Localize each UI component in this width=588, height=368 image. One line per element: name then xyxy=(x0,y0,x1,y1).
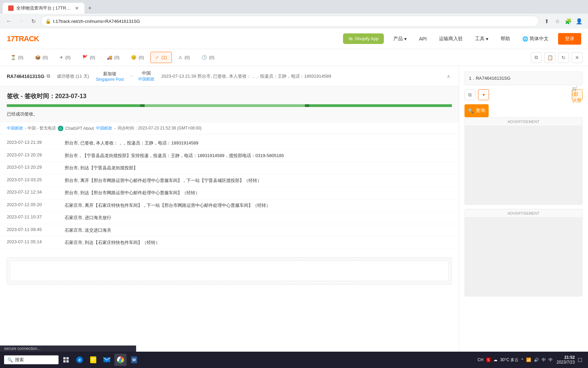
lock-icon: 🔒 xyxy=(45,18,51,24)
query-button[interactable]: 🔍 查询 xyxy=(464,104,489,117)
progress-segment-3 xyxy=(309,104,452,107)
taskbar-time-text: 21:52 xyxy=(557,355,575,356)
site-logo[interactable]: 17TRACK xyxy=(7,34,39,43)
tracking-event-row: 2023-07-13 20:29 邢台市，【宁晋县晶龙街揽投部】安排投递，投递员… xyxy=(0,150,459,162)
taskbar-mail-icon[interactable] xyxy=(101,354,113,356)
check-icon: ✓ xyxy=(156,55,159,60)
route-info: 新加坡 Singapore Post → 中国 中国邮政 xyxy=(96,70,154,82)
share-icon[interactable]: ⬆ xyxy=(542,16,551,26)
nav-products-label: 产品 xyxy=(393,36,403,42)
new-tab-button[interactable]: + xyxy=(84,3,95,14)
nav-products[interactable]: 产品 ▾ xyxy=(391,36,409,42)
sidebar-ad-1-content xyxy=(465,126,582,204)
filter-tab-warning[interactable]: ⚠ (0) xyxy=(173,52,195,63)
warning-icon: ⚠ xyxy=(178,55,182,60)
tracking-number-text: RA746416131SG xyxy=(7,74,45,79)
url-text: t.17track.net/zh-cn#nums=RA746416131SG xyxy=(53,19,535,24)
filter-tab-alert[interactable]: 😟 (0) xyxy=(126,52,149,63)
delivery-time: 2023-07-13 21:39 xyxy=(161,74,196,79)
tracking-event-row: 2023-07-12 05:20 石家庄市, 离开【石家庄特快包件车间】，下一站… xyxy=(0,199,459,212)
nav-tools[interactable]: 工具 ▾ xyxy=(472,36,491,42)
taskbar-chrome-icon[interactable] xyxy=(114,354,127,356)
nav-products-chevron: ▾ xyxy=(404,36,407,42)
taskbar-file-icon[interactable] xyxy=(87,354,99,356)
filter-tab-flag[interactable]: 🚩 (0) xyxy=(77,52,100,63)
back-button[interactable]: ← xyxy=(4,16,14,26)
filter-tab-history[interactable]: 🕐 (0) xyxy=(196,52,219,63)
nav-help-label: 帮助 xyxy=(501,36,510,42)
package-icon: 📦 xyxy=(35,55,40,60)
copy-tracking-icon[interactable]: ⧉ xyxy=(47,73,50,79)
sidebar-copy-button[interactable]: ⧉ xyxy=(464,89,475,100)
taskbar-ie-icon[interactable]: e xyxy=(74,354,86,356)
ad-box xyxy=(7,257,452,285)
event-description: 邢台市, 离开【邢台市网路运营中心邮件处理中心普服车间】，下一站【宁晋县城区揽投… xyxy=(65,177,452,184)
filter-air-label: (0) xyxy=(65,55,71,60)
filter-tab-air[interactable]: ✈ (0) xyxy=(54,52,76,63)
reload-button[interactable]: ↻ xyxy=(29,16,38,26)
filter-tab-delivery[interactable]: 🚚 (0) xyxy=(102,52,125,63)
filter-tab-check[interactable]: ✓ (1) xyxy=(150,52,172,63)
sidebar-ad-1-label: ADVERTISEMENT xyxy=(465,118,582,126)
event-description: 邢台市，【宁晋县晶龙街揽投部】安排投递，投递员：王静，电话：1893191458… xyxy=(65,152,452,159)
sidebar-filter-button[interactable]: ▾ xyxy=(478,89,489,100)
taskbar-search[interactable]: 🔍 搜索 xyxy=(4,355,59,356)
event-description: 邢台市, 到达【邢台市网路运营中心邮件处理中心普服车间】（经转） xyxy=(65,189,452,196)
origin-carrier: Singapore Post xyxy=(96,77,124,82)
tracking-event-row: 2023-07-11 09:45 石家庄市, 送交进口海关 xyxy=(0,224,459,237)
taskbar: 🔍 搜索 e W CH S ☁ 30°C 多云 ^ 📶 🔊 中 中 21:52 … xyxy=(0,352,588,356)
event-description: 石家庄市, 离开【石家庄特快包件车间】，下一站【邢台市网路运营中心邮件处理中心普… xyxy=(65,202,452,209)
filter-tab-transit[interactable]: 📦 (0) xyxy=(30,52,53,63)
taskbar-multitask-icon[interactable] xyxy=(60,354,72,356)
tab-close-icon[interactable]: ✕ xyxy=(75,5,79,11)
address-bar[interactable]: 🔒 t.17track.net/zh-cn#nums=RA746416131SG xyxy=(41,16,539,27)
profile-icon[interactable]: 👤 xyxy=(574,16,584,26)
nav-help[interactable]: 帮助 xyxy=(498,36,513,42)
event-description: 石家庄市, 到达【石家庄特快包件车间】（经转） xyxy=(65,239,452,246)
sidebar: 1．RA746416131SG ⧉ ▾ 🛒 (默认显 🔍 查询 ADVERTIS… xyxy=(459,66,588,356)
nav-language[interactable]: 🌐 简体中文 xyxy=(520,36,551,42)
route-arrow-icon: → xyxy=(128,73,134,80)
refresh-button[interactable]: ↻ xyxy=(558,52,569,63)
nav-api[interactable]: API xyxy=(416,36,429,42)
filter-all-label: (0) xyxy=(18,55,23,60)
bookmark-icon[interactable]: ☆ xyxy=(553,16,562,26)
package-id: RA746416131SG ⧉ xyxy=(7,73,50,79)
truck-icon: 🚚 xyxy=(107,55,112,60)
collapse-button[interactable]: ✕ xyxy=(572,52,583,63)
filter-tab-all[interactable]: ⏳ (0) xyxy=(5,52,29,63)
hourglass-icon: ⏳ xyxy=(11,55,16,60)
tracking-event-row: 2023-07-12 12:34 邢台市, 到达【邢台市网路运营中心邮件处理中心… xyxy=(0,187,459,199)
status-days: 成功签收 (11 天) xyxy=(57,73,89,79)
source-separator: - 中国 - 暂无电话 xyxy=(25,125,56,131)
tracking-event-row: 2023-07-11 05:14 石家庄市, 到达【石家庄特快包件车间】（经转） xyxy=(0,236,459,249)
copy-action-button[interactable]: ⧉ xyxy=(531,52,542,63)
extension-icon[interactable]: 🧩 xyxy=(564,16,573,26)
event-time: 2023-07-11 09:45 xyxy=(7,227,58,232)
delivery-location: 邢台市, 已签收, 本人签收：，，投递员：王静，电话：18931914589 xyxy=(197,74,331,79)
carrier2-link[interactable]: 中国邮政 xyxy=(96,125,112,131)
status-title: 签收 - 签收时间：2023-07-13 xyxy=(7,92,452,100)
taskbar-clock: 21:52 2023/7/23 xyxy=(557,355,575,356)
carrier1-link[interactable]: 中国邮政 xyxy=(7,125,23,131)
shopify-icon: 🛍 xyxy=(348,36,353,41)
event-time: 2023-07-13 21:39 xyxy=(7,140,58,145)
browser-tab[interactable]: 全球物流查询平台 | 17TRACK ✕ xyxy=(3,3,84,14)
taskbar-word-icon[interactable]: W xyxy=(128,354,140,356)
shopify-app-button[interactable]: 🛍 Shopify App xyxy=(343,33,384,44)
nav-carrier-entry[interactable]: 运输商入驻 xyxy=(436,36,466,42)
filter-transit-label: (0) xyxy=(43,55,48,60)
filter-warning-label: (0) xyxy=(184,55,190,60)
login-button[interactable]: 登录 xyxy=(558,33,581,45)
globe-icon: 🌐 xyxy=(522,36,528,42)
tracking-event-row: 2023-07-13 21:39 邢台市, 已签收, 本人签收：，，投递员：王静… xyxy=(0,137,459,150)
plane-icon: ✈ xyxy=(60,55,63,60)
copy-text-button[interactable]: 📋 xyxy=(544,52,555,63)
package-collapse-button[interactable]: ∧ xyxy=(445,73,452,80)
progress-segment-2 xyxy=(145,104,305,107)
package-header: RA746416131SG ⧉ 成功签收 (11 天) 新加坡 Singapor… xyxy=(0,66,459,87)
sidebar-cart-button[interactable]: 🛒 (默认显 xyxy=(572,89,583,100)
events-list: 2023-07-13 21:39 邢台市, 已签收, 本人签收：，，投递员：王静… xyxy=(0,134,459,252)
sidebar-ad-2: ADVERTISEMENT xyxy=(464,209,583,296)
tracking-area: RA746416131SG ⧉ 成功签收 (11 天) 新加坡 Singapor… xyxy=(0,66,459,356)
